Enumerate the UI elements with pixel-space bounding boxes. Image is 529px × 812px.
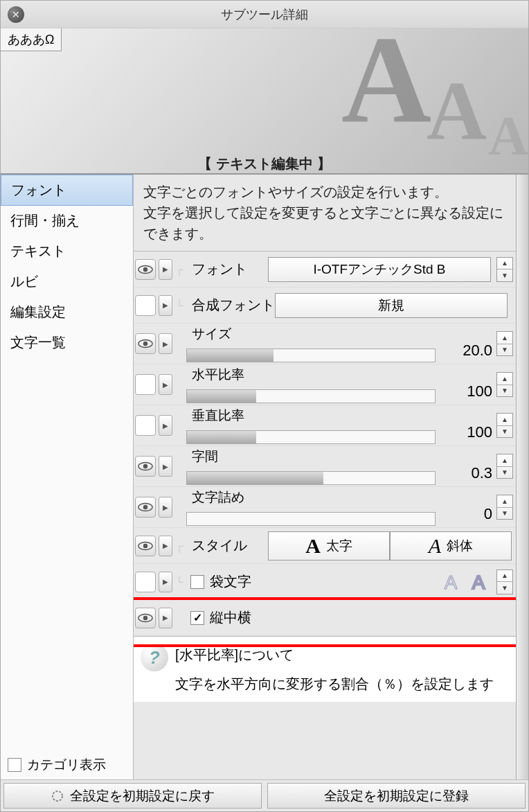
font-spinner[interactable]: ▲▼ xyxy=(496,257,513,282)
svg-point-13 xyxy=(143,615,147,619)
tatechuyoko-label: 縦中横 xyxy=(210,608,286,627)
font-dropdown[interactable]: I-OTFアンチックStd B xyxy=(268,257,491,282)
reset-icon xyxy=(51,789,64,803)
row-tatechuyoko: ▶ ✓ 縦中横 xyxy=(134,600,516,636)
h-ratio-label: 水平比率 xyxy=(192,366,436,384)
svg-point-14 xyxy=(53,791,62,801)
expand-toggle[interactable]: ▶ xyxy=(159,374,172,395)
sidebar-item-line[interactable]: 行間・揃え xyxy=(1,206,133,236)
preview-sample-tab[interactable]: あああΩ xyxy=(1,28,62,51)
titlebar: ✕ サブツール詳細 xyxy=(1,1,528,28)
main-area: フォント 行間・揃え テキスト ルビ 編集設定 文字一覧 カテゴリ表示 文字ごと… xyxy=(1,174,528,779)
help-body: 文字を水平方向に変形する割合（％）を設定します xyxy=(175,673,494,695)
font-label: フォント xyxy=(192,260,268,279)
expand-toggle[interactable]: ▶ xyxy=(159,259,172,280)
tree-line: ┌ xyxy=(172,263,186,276)
content-panel: 文字ごとのフォントやサイズの設定を行います。 文字を選択して設定を変更すると文字… xyxy=(134,175,516,779)
visibility-toggle[interactable] xyxy=(135,608,156,628)
visibility-toggle[interactable] xyxy=(135,456,156,477)
help-icon: ? xyxy=(141,644,168,671)
close-button[interactable]: ✕ xyxy=(8,6,24,23)
bold-icon: A xyxy=(305,534,321,558)
size-slider[interactable] xyxy=(186,348,436,362)
bold-label: 太字 xyxy=(326,537,352,555)
new-composite-font-button[interactable]: 新規 xyxy=(275,293,508,318)
svg-text:A: A xyxy=(445,572,458,593)
h-ratio-value: 100 xyxy=(467,382,492,400)
reset-all-button[interactable]: 全設定を初期設定に戻す xyxy=(3,783,262,809)
register-all-button[interactable]: 全設定を初期設定に登録 xyxy=(267,783,526,809)
editing-indicator: 【 テキスト編集中 】 xyxy=(198,155,330,173)
category-display-row: カテゴリ表示 xyxy=(1,750,133,779)
description-text: 文字ごとのフォントやサイズの設定を行います。 文字を選択して設定を変更すると文字… xyxy=(134,175,516,251)
bold-button[interactable]: A 太字 xyxy=(268,531,390,561)
eye-icon xyxy=(138,339,153,348)
category-label: カテゴリ表示 xyxy=(27,756,106,774)
tatechuyoko-checkbox[interactable]: ✓ xyxy=(190,611,204,625)
spacing-slider[interactable] xyxy=(186,471,436,485)
visibility-toggle[interactable] xyxy=(135,333,156,354)
v-ratio-label: 垂直比率 xyxy=(192,407,436,425)
expand-toggle[interactable]: ▶ xyxy=(159,415,172,436)
visibility-toggle-empty[interactable] xyxy=(135,415,156,436)
sidebar-item-ruby[interactable]: ルビ xyxy=(1,267,133,297)
eye-icon xyxy=(138,502,153,512)
svg-point-3 xyxy=(143,342,147,346)
expand-toggle[interactable]: ▶ xyxy=(159,333,172,354)
scrollbar[interactable] xyxy=(516,175,528,779)
tsume-value: 0 xyxy=(484,505,492,523)
italic-button[interactable]: A 斜体 xyxy=(390,531,512,561)
italic-icon: A xyxy=(429,534,441,558)
window-title: サブツール詳細 xyxy=(221,6,308,23)
sidebar-item-font[interactable]: フォント xyxy=(1,175,133,206)
subtool-detail-window: ✕ サブツール詳細 あああΩ A A A 【 テキスト編集中 】 フォント 行間… xyxy=(0,0,529,812)
h-ratio-slider[interactable] xyxy=(186,389,436,403)
expand-toggle[interactable]: ▶ xyxy=(159,497,172,518)
expand-toggle[interactable]: ▶ xyxy=(159,536,172,556)
row-v-ratio: ▶ 垂直比率 100 ▲▼ xyxy=(134,405,516,446)
outline-style-2-icon[interactable]: A xyxy=(466,571,491,593)
eye-icon xyxy=(138,613,153,623)
eye-icon xyxy=(138,265,153,274)
help-text: [水平比率]について 文字を水平方向に変形する割合（％）を設定します xyxy=(175,644,494,695)
preview-letter-small: A xyxy=(488,105,528,168)
size-spinner[interactable]: ▲▼ xyxy=(496,331,513,356)
tsume-slider[interactable] xyxy=(186,512,436,526)
sidebar-item-edit-settings[interactable]: 編集設定 xyxy=(1,297,133,328)
visibility-toggle[interactable] xyxy=(135,259,156,280)
visibility-toggle[interactable] xyxy=(135,497,156,518)
visibility-toggle[interactable] xyxy=(135,536,156,556)
outline-checkbox[interactable] xyxy=(190,575,204,589)
sidebar-item-char-list[interactable]: 文字一覧 xyxy=(1,328,133,358)
row-spacing: ▶ 字間 0.3 ▲▼ xyxy=(134,446,516,487)
footer: 全設定を初期設定に戻す 全設定を初期設定に登録 xyxy=(1,779,528,811)
visibility-toggle-empty[interactable] xyxy=(135,572,156,592)
visibility-toggle-empty[interactable] xyxy=(135,295,156,316)
category-checkbox[interactable] xyxy=(8,758,21,772)
expand-toggle[interactable]: ▶ xyxy=(159,295,172,316)
h-ratio-spinner[interactable]: ▲▼ xyxy=(496,372,513,397)
sidebar-item-text[interactable]: テキスト xyxy=(1,236,133,267)
preview-letter-large: A xyxy=(341,28,431,151)
spacing-spinner[interactable]: ▲▼ xyxy=(496,454,513,479)
size-label: サイズ xyxy=(192,325,436,343)
outline-spinner[interactable]: ▲▼ xyxy=(496,570,513,594)
svg-point-1 xyxy=(143,267,147,271)
tree-line: └ xyxy=(172,576,186,588)
visibility-toggle-empty[interactable] xyxy=(135,374,156,395)
v-ratio-slider[interactable] xyxy=(186,430,436,444)
help-title: [水平比率]について xyxy=(175,644,494,666)
reset-label: 全設定を初期設定に戻す xyxy=(70,787,215,805)
v-ratio-spinner[interactable]: ▲▼ xyxy=(496,413,513,438)
expand-toggle[interactable]: ▶ xyxy=(159,608,172,628)
settings-list: ▶ ┌ フォント I-OTFアンチックStd B ▲▼ ▶ └ 合成フォント 新… xyxy=(134,251,516,779)
svg-text:A: A xyxy=(472,572,485,593)
outline-style-1-icon[interactable]: A xyxy=(438,571,463,593)
tree-line: └ xyxy=(172,299,186,312)
row-style: ▶ ┌ スタイル A 太字 A 斜体 xyxy=(134,528,516,564)
spacing-label: 字間 xyxy=(192,448,436,466)
expand-toggle[interactable]: ▶ xyxy=(159,456,172,477)
tsume-spinner[interactable]: ▲▼ xyxy=(496,495,513,520)
v-ratio-value: 100 xyxy=(467,423,492,441)
expand-toggle[interactable]: ▶ xyxy=(159,572,172,592)
